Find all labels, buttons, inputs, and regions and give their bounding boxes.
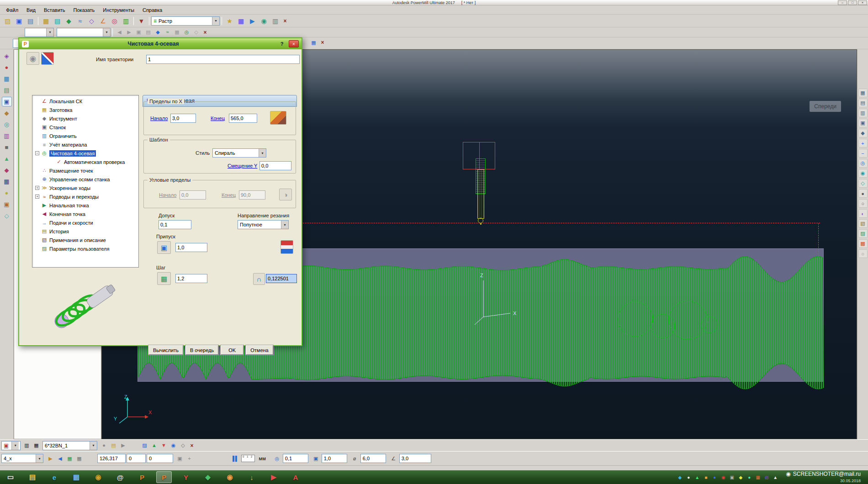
block-toolbar-icon[interactable]: ▦ (40, 16, 52, 26)
print-icon[interactable]: ▤ (25, 16, 36, 26)
tree-item-local-cs[interactable]: ∠ Локальная СК (32, 97, 138, 105)
viewmill-strip-icon[interactable]: ▣ (2, 200, 12, 209)
pause-queue-icon[interactable]: ▌▌ (233, 456, 238, 461)
features-strip-icon[interactable]: ▦ (2, 177, 12, 186)
x-start-link[interactable]: Начало (150, 116, 168, 121)
simulation-strip-icon[interactable]: ● (2, 188, 12, 198)
ok-button[interactable]: OK (221, 345, 243, 355)
tray-icon-12[interactable]: ▲ (772, 473, 779, 481)
tree-item-tool[interactable]: ◆ Инструмент (32, 114, 138, 123)
workplane-combo[interactable]: ▾ (25, 28, 54, 37)
style-combo[interactable]: Спираль ▾ (212, 148, 266, 158)
window-close-button[interactable]: × (858, 0, 867, 5)
tree-expander[interactable] (35, 99, 39, 103)
menu-insert[interactable]: Вставить (40, 6, 69, 14)
groups-strip-icon[interactable]: ■ (2, 142, 12, 152)
media-player-icon[interactable]: ▶ (266, 471, 281, 483)
tray-icon-6[interactable]: ◉ (720, 473, 727, 481)
x-end-link[interactable]: Конец (211, 116, 225, 121)
simulation-toolbar-icon[interactable]: ▶ (247, 16, 258, 26)
tray-icon-8[interactable]: ◆ (737, 473, 744, 481)
thickness-status-input[interactable] (322, 454, 347, 463)
adobe-reader-icon[interactable]: A (288, 471, 303, 483)
tree-expander[interactable] (35, 229, 39, 233)
tool-shadow-icon[interactable]: ● (99, 442, 109, 450)
boundaries-strip-icon[interactable]: ▤ (2, 85, 12, 95)
maximize-button[interactable]: □ (848, 0, 857, 5)
firefox-icon[interactable]: ◉ (222, 471, 238, 483)
wrench-icon[interactable]: ◇ (178, 442, 188, 450)
powershape-icon[interactable]: ◆ (200, 471, 216, 483)
tree-item-stock-engagement[interactable]: ≡ Учёт материала (32, 140, 138, 149)
tree-expander[interactable] (35, 177, 39, 181)
menu-view[interactable]: Вид (22, 6, 40, 14)
screenshoter-widget[interactable]: ◉SCREENSHOTER@mail.ru 30.05.2018 (786, 471, 861, 484)
chevron-down-icon[interactable]: ▾ (46, 28, 53, 37)
chevron-down-icon[interactable]: ▾ (212, 17, 219, 25)
tree-expander[interactable] (50, 160, 54, 164)
tree-item-axis-control[interactable]: ⊕ Управление осями станка (32, 175, 138, 184)
tree-item-start-point[interactable]: ▶ Начальная точка (32, 201, 138, 210)
probe-prev-icon[interactable]: ◀ (55, 454, 65, 463)
patterns-strip-icon[interactable]: ▣ (2, 97, 12, 106)
wireframe-view-icon[interactable]: ○ (858, 199, 868, 208)
angle-input[interactable] (399, 454, 431, 463)
tray-icon-1[interactable]: ◆ (676, 473, 683, 481)
boundary-edit-icon[interactable]: ◆ (153, 28, 163, 37)
grid-frag-icon[interactable]: ▦ (309, 38, 318, 47)
axial-thickness-icon[interactable] (281, 240, 293, 254)
chevron-down-icon[interactable]: ▾ (90, 442, 97, 450)
block-small-icon[interactable]: ▦ (65, 454, 74, 463)
probe-next-icon[interactable]: ▶ (46, 454, 55, 463)
cloud-icon[interactable]: ◎ (182, 28, 191, 37)
tree-item-history[interactable]: ▤ История (32, 227, 138, 236)
stepover-input[interactable] (175, 274, 207, 283)
tools-strip-icon[interactable]: ▦ (2, 74, 12, 84)
view-iso-icon[interactable]: ◆ (858, 129, 868, 137)
menu-display[interactable]: Показать (69, 6, 99, 14)
rapid-heights-icon[interactable]: ▤ (52, 16, 63, 26)
menu-file[interactable]: Файл (2, 6, 22, 14)
tree-expander[interactable] (35, 212, 39, 216)
compass-icon[interactable]: + (185, 454, 194, 463)
toolbar-close-icon[interactable]: × (188, 442, 196, 450)
ncprogram-toolbar-icon[interactable]: ▥ (120, 16, 132, 26)
tree-item-auto-check[interactable]: ✓ Автоматическая проверка (32, 158, 138, 166)
tree-expander[interactable] (35, 142, 39, 147)
tree-item-feeds-speeds[interactable]: → Подачи и скорости (32, 218, 138, 227)
tree-expander[interactable] (35, 203, 39, 207)
shade-view-icon[interactable]: ● (858, 189, 868, 198)
dialog-titlebar[interactable]: P Чистовая 4-осевая ? × (19, 38, 302, 49)
tray-icon-3[interactable]: ▲ (693, 473, 701, 481)
tree-expander[interactable] (35, 168, 39, 173)
draw-toolpath-icon[interactable]: ▩ (858, 239, 868, 248)
viewmill-toolbar-icon[interactable]: ◉ (258, 16, 270, 26)
fly-icon[interactable]: ▶ (118, 442, 128, 450)
stats-icon[interactable]: ▥ (270, 16, 281, 26)
snap-icon[interactable]: ▣ (175, 454, 185, 463)
tree-item-block[interactable]: ▦ Заготовка (32, 105, 138, 114)
paste-icon[interactable]: ▤ (143, 28, 153, 37)
calculator-icon[interactable]: ▦ (235, 16, 247, 26)
y-offset-link[interactable]: Смещение Y (228, 163, 257, 168)
tray-icon-9[interactable]: ● (746, 473, 753, 481)
explorer-app-icon[interactable]: ▤ (25, 471, 40, 483)
search-icon[interactable]: ◉ (169, 442, 178, 450)
tree-expander[interactable] (35, 108, 39, 112)
undo-icon[interactable]: ◀ (115, 28, 124, 37)
calculate-button[interactable]: Вычислить (148, 345, 183, 355)
tree-expander[interactable] (35, 125, 39, 129)
blank-button[interactable] (84, 454, 94, 463)
grid-icon[interactable]: ▦ (172, 28, 182, 37)
diameter-input[interactable] (360, 454, 386, 463)
calculator-app-icon[interactable]: ▦ (69, 471, 84, 483)
open-project-icon[interactable]: ▨ (2, 16, 13, 26)
cusp-icon[interactable]: ∩ (253, 273, 265, 285)
tray-icon-2[interactable]: ● (685, 473, 692, 481)
strategies-icon[interactable]: ★ (224, 16, 235, 26)
edit-toolpath-icon[interactable]: ▨ (140, 442, 149, 450)
tool-db-icon[interactable]: ▥ (22, 442, 32, 450)
tree-expander[interactable]: + (35, 186, 39, 190)
dialog-close-button[interactable]: × (289, 40, 299, 47)
thickness-icon[interactable]: ▣ (157, 241, 171, 254)
